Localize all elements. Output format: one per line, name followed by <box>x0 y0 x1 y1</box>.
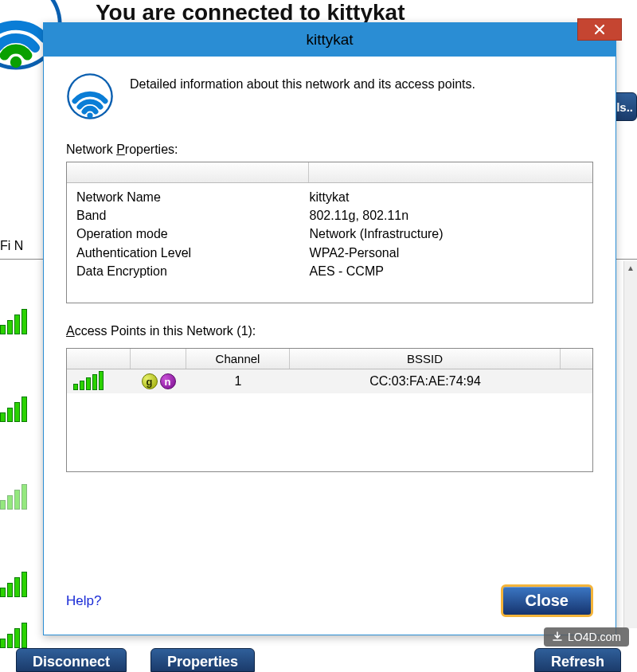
property-key: Authentication Level <box>76 244 310 262</box>
watermark: LO4D.com <box>544 627 629 647</box>
dialog-titlebar[interactable]: kittykat <box>44 23 616 57</box>
property-key: Data Encryption <box>76 262 310 280</box>
network-properties-table: Network NamekittykatBand802.11g, 802.11n… <box>66 162 593 303</box>
property-row: Data EncryptionAES - CCMP <box>76 262 583 280</box>
property-key: Band <box>76 206 310 225</box>
refresh-button[interactable]: Refresh <box>534 648 621 672</box>
property-value: AES - CCMP <box>310 262 583 280</box>
signal-bars-icon <box>0 616 27 648</box>
access-points-table: Channel BSSID gn1CC:03:FA:AE:74:94 <box>66 348 593 472</box>
svg-point-2 <box>10 57 21 68</box>
wifi-networks-label-partial: Fi N <box>0 239 23 253</box>
wifi-icon <box>66 72 114 120</box>
column-channel[interactable]: Channel <box>186 349 290 369</box>
scroll-up-icon[interactable]: ▲ <box>624 261 637 275</box>
access-point-row[interactable]: gn1CC:03:FA:AE:74:94 <box>67 369 592 393</box>
signal-bars-icon <box>0 390 27 422</box>
help-link[interactable]: Help? <box>66 593 101 609</box>
access-points-label: Access Points in this Network (1): <box>66 324 593 338</box>
property-row: Band802.11g, 802.11n <box>76 206 583 225</box>
property-row: Network Namekittykat <box>76 188 583 206</box>
dialog-title: kittykat <box>306 31 353 49</box>
table-header[interactable] <box>67 162 592 183</box>
signal-bars-icon <box>67 369 131 393</box>
scrollbar[interactable]: ▲ <box>623 261 637 628</box>
property-value: WPA2-Personal <box>310 244 583 262</box>
property-key: Operation mode <box>76 225 310 243</box>
download-icon <box>552 631 563 643</box>
property-row: Authentication LevelWPA2-Personal <box>76 244 583 262</box>
signal-bars-icon <box>0 565 27 597</box>
property-row: Operation modeNetwork (Infrastructure) <box>76 225 583 243</box>
signal-bars-icon <box>0 303 27 334</box>
window-close-button[interactable] <box>577 18 622 41</box>
network-details-dialog: kittykat Detailed information about thi <box>43 22 616 635</box>
channel-value: 1 <box>186 374 290 389</box>
svg-point-5 <box>87 112 92 118</box>
bssid-value: CC:03:FA:AE:74:94 <box>290 374 561 389</box>
close-button[interactable]: Close <box>501 584 593 617</box>
disconnect-button[interactable]: Disconnect <box>16 648 127 672</box>
network-properties-label: Network Properties: <box>66 143 593 157</box>
table-header[interactable]: Channel BSSID <box>67 349 592 369</box>
property-key: Network Name <box>76 188 310 206</box>
dialog-description: Detailed information about this network … <box>130 72 475 93</box>
property-value: 802.11g, 802.11n <box>310 206 583 225</box>
column-bssid[interactable]: BSSID <box>290 349 561 369</box>
badge-g-icon: g <box>142 373 158 389</box>
band-badges: gn <box>131 373 186 389</box>
property-value: Network (Infrastructure) <box>310 225 583 243</box>
close-icon <box>594 24 605 35</box>
property-value: kittykat <box>310 188 583 206</box>
badge-n-icon: n <box>160 373 176 389</box>
signal-bars-icon <box>0 478 27 510</box>
properties-button[interactable]: Properties <box>150 648 255 672</box>
